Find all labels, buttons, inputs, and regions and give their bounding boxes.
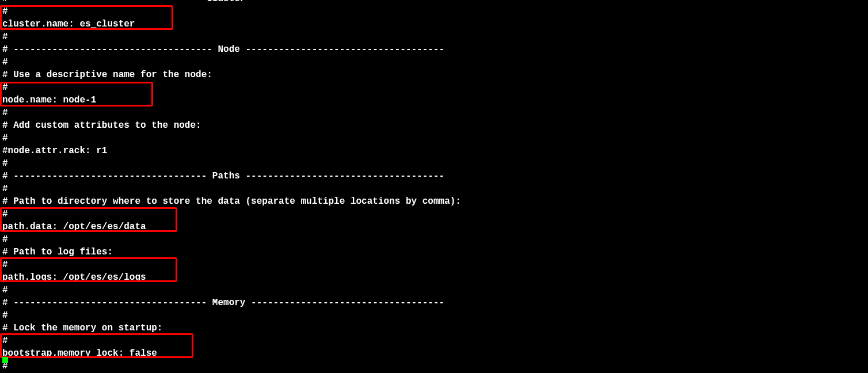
- config-line-22: path.logs: /opt/es/es/logs: [2, 271, 866, 284]
- config-line-3: #: [2, 31, 866, 43]
- config-line-18: path.data: /opt/es/es/data: [2, 220, 866, 233]
- config-line-0: # ---------------------------------- Clu…: [2, 0, 866, 5]
- config-line-19: #: [2, 233, 866, 246]
- config-line-28: bootstrap.memory_lock: false: [2, 347, 866, 360]
- config-line-5: #: [2, 56, 866, 68]
- config-line-6: # Use a descriptive name for the node:: [2, 68, 866, 81]
- config-line-1: #: [2, 5, 866, 18]
- config-line-13: #: [2, 157, 866, 170]
- config-line-24: # ----------------------------------- Me…: [2, 296, 866, 309]
- config-line-10: # Add custom attributes to the node:: [2, 119, 866, 132]
- config-line-4: # ------------------------------------ N…: [2, 43, 866, 56]
- config-line-15: #: [2, 182, 866, 195]
- config-line-12: #node.attr.rack: r1: [2, 144, 866, 157]
- config-line-16: # Path to directory where to store the d…: [2, 195, 866, 208]
- config-line-20: # Path to log files:: [2, 246, 866, 258]
- terminal-editor[interactable]: # ---------------------------------- Clu…: [0, 0, 868, 372]
- config-line-25: #: [2, 309, 866, 322]
- config-line-7: #: [2, 81, 866, 94]
- config-line-21: #: [2, 258, 866, 271]
- config-line-29: #: [2, 360, 866, 372]
- config-line-27: #: [2, 334, 866, 347]
- config-line-17: #: [2, 208, 866, 220]
- config-line-9: #: [2, 106, 866, 119]
- cursor-block: [2, 357, 8, 363]
- config-line-23: #: [2, 284, 866, 296]
- config-line-11: #: [2, 132, 866, 144]
- config-line-26: # Lock the memory on startup:: [2, 322, 866, 334]
- config-line-8: node.name: node-1: [2, 94, 866, 106]
- config-line-2: cluster.name: es_cluster: [2, 18, 866, 31]
- config-line-14: # ----------------------------------- Pa…: [2, 170, 866, 182]
